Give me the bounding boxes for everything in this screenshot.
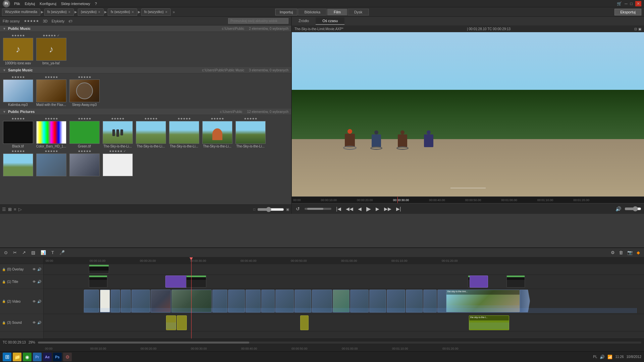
clip-title-1[interactable] [89, 276, 107, 288]
breadcrumb-fx3-close[interactable]: ✕ [165, 10, 168, 14]
eye-icon-video[interactable]: 👁 [33, 300, 36, 303]
filter-3d[interactable]: 3D [43, 19, 48, 23]
menu-plik[interactable]: Plik [14, 2, 20, 6]
filter-stars[interactable]: ★★★★★ [24, 19, 39, 23]
tab-film[interactable]: Film [327, 9, 347, 15]
list-item[interactable]: ★★★★★ Color_Bars_HD_1... [35, 117, 67, 148]
minimize-button[interactable]: ─ [625, 1, 628, 6]
breadcrumb-fx2-close[interactable]: ✕ [131, 10, 134, 14]
tl-delete-btn[interactable]: 🗑 [618, 249, 625, 256]
step-back-btn[interactable]: ◀◀ [344, 205, 355, 212]
chrome-button[interactable]: ◉ [23, 353, 32, 361]
menu-edytuj[interactable]: Edytuj [25, 2, 35, 6]
export-button[interactable]: Eksportuj [614, 9, 641, 15]
grid-view-icon[interactable]: ⊞ [8, 207, 12, 212]
audio-icon-title[interactable]: 🔊 [37, 280, 41, 284]
tl-bar-chart-btn[interactable]: 📊 [39, 249, 47, 256]
list-item[interactable]: ★★★★★ [68, 149, 100, 177]
tl-mic-btn[interactable]: 🎤 [58, 249, 66, 256]
clip-title-3[interactable] [186, 276, 206, 288]
close-button[interactable]: ✕ [635, 1, 641, 6]
breadcrumb-all2-close[interactable]: ✕ [98, 10, 101, 14]
step-fwd-btn[interactable]: ▶▶ [383, 205, 393, 212]
tl-orange-btn[interactable]: ◆ [635, 249, 641, 256]
photoshop-button[interactable]: Ps [53, 353, 62, 361]
clip-overlay-1[interactable] [89, 265, 109, 274]
menu-sklep[interactable]: Sklep internetowy [61, 2, 90, 6]
clip-sound-1[interactable] [166, 315, 176, 330]
premiere-button[interactable]: Pr [33, 353, 42, 361]
tl-ripple-btn[interactable]: ▨ [30, 249, 37, 256]
next-frame-btn[interactable]: ▶ [374, 205, 381, 212]
breadcrumb-all2[interactable]: (wszystko) ✕ [78, 8, 104, 16]
clip-sound-2[interactable] [177, 315, 187, 330]
tab-source[interactable]: Źródło [292, 17, 316, 25]
tab-importuj[interactable]: Importuj [275, 9, 298, 15]
timeline-scroll[interactable] [38, 342, 641, 344]
menu-konfiguruj[interactable]: Konfiguruj [40, 2, 56, 6]
list-item[interactable]: ★★★★★ ✓ [102, 149, 133, 177]
loop-btn[interactable]: ↺ [294, 205, 301, 212]
list-item[interactable]: ★★★★★ ♪ 1000Hz-tone.wav [2, 34, 34, 65]
in-out-range[interactable] [305, 208, 331, 210]
tl-camera-btn[interactable]: 📷 [626, 249, 634, 256]
list-item[interactable]: ★★★★★ ✓ ♪ bmx_ya-ha! [35, 34, 67, 65]
search-input[interactable] [228, 18, 288, 24]
breadcrumb-more[interactable]: » [171, 10, 176, 14]
volume-btn[interactable]: 🔊 [614, 205, 623, 212]
sort-icon[interactable]: ≡ [14, 207, 16, 212]
list-item[interactable]: ★★★★★ The-Sky-is-the-Li... [234, 117, 266, 148]
tab-dysk[interactable]: Dysk [348, 9, 369, 15]
list-item[interactable]: ★★★★★ The-Sky-is-the-Li... [135, 117, 167, 148]
section-public-music[interactable]: ▼ Public Music c:\Users\Public 2 element… [0, 25, 291, 32]
section-arrow-public-music[interactable]: ▼ [3, 27, 6, 31]
tl-text-btn[interactable]: T [50, 249, 55, 256]
clip-title-6[interactable] [506, 276, 525, 288]
play-btn[interactable]: ▶ [365, 204, 372, 213]
breadcrumb-all-media[interactable]: Wszystkie multimedia [2, 8, 40, 16]
list-item[interactable]: ★★★★★ Green.tif [68, 117, 100, 148]
list-item[interactable]: ★★★★★ [35, 149, 67, 177]
section-arrow-sample-music[interactable]: ▼ [3, 68, 6, 72]
network-icon[interactable]: 📶 [607, 355, 612, 359]
autoplay-icon[interactable]: ▷ [18, 207, 22, 212]
file-explorer-button[interactable]: 📁 [13, 353, 21, 361]
audio-icon-overlay[interactable]: 🔊 [37, 267, 41, 271]
filter-etykiety[interactable]: Etykiety [52, 19, 65, 23]
tab-biblioteka[interactable]: Biblioteka [298, 9, 327, 15]
section-arrow-public-pictures[interactable]: ▼ [3, 110, 6, 114]
audio-icon-video[interactable]: 🔊 [37, 300, 41, 303]
breadcrumb-fx1-close[interactable]: ✕ [68, 10, 71, 14]
section-public-pictures[interactable]: ▼ Public Pictures c:\Users\Public 12 ele… [0, 109, 291, 115]
audio-icon-sound[interactable]: 🔊 [37, 321, 41, 324]
volume-slider[interactable] [625, 206, 641, 212]
eye-icon-sound[interactable]: 👁 [33, 321, 36, 324]
breadcrumb-fx2[interactable]: fx (wszystko) ✕ [108, 8, 137, 16]
clip-sound-sky[interactable]: the-sky-is-the-l... [469, 315, 509, 330]
clip-title-5[interactable] [470, 276, 488, 288]
preview-safe-zones-btn[interactable]: ⊡ [634, 27, 637, 31]
tl-settings-btn[interactable]: ⚙ [609, 249, 616, 256]
breadcrumb-fx1[interactable]: fx (wszystko) ✕ [44, 8, 74, 16]
tl-marker-btn[interactable]: ⊙ [3, 249, 9, 256]
breadcrumb-fx3[interactable]: fx (wszystko) ✕ [141, 8, 171, 16]
list-item[interactable]: ★★★★★ Sleep Away.mp3 [68, 75, 100, 107]
list-item[interactable]: ★★★★★ The-Sky-is-the-Li... [201, 117, 233, 148]
list-item[interactable]: ★★★★★ The-Sky-is-the-Li... [102, 117, 133, 148]
volume-icon[interactable]: 🔊 [600, 355, 605, 359]
section-sample-music[interactable]: ▼ Sample Music c:\Users\Public\Public Mu… [0, 67, 291, 73]
eye-icon-title[interactable]: 👁 [33, 280, 36, 284]
list-item[interactable]: ★★★★★ Maid with the Flax... [35, 75, 67, 107]
filter-tag-icon[interactable]: 🏷 [68, 19, 72, 23]
tl-razor-btn[interactable]: ✂ [12, 249, 18, 256]
tl-select-btn[interactable]: ↗ [21, 249, 27, 256]
prev-frame-btn[interactable]: ◀ [357, 205, 363, 212]
tab-timeline[interactable]: Oś czasu [316, 17, 344, 25]
list-item[interactable]: ★★★★★ Kalimba.mp3 [2, 75, 34, 107]
go-to-out-btn[interactable]: ▶| [395, 205, 402, 212]
go-to-in-btn[interactable]: |◀ [335, 205, 342, 212]
restore-button[interactable]: □ [630, 1, 633, 6]
list-item[interactable]: ★★★★★ Black.tif [2, 117, 34, 148]
clip-sound-3[interactable] [300, 315, 309, 330]
eye-icon-overlay[interactable]: 👁 [33, 267, 36, 271]
